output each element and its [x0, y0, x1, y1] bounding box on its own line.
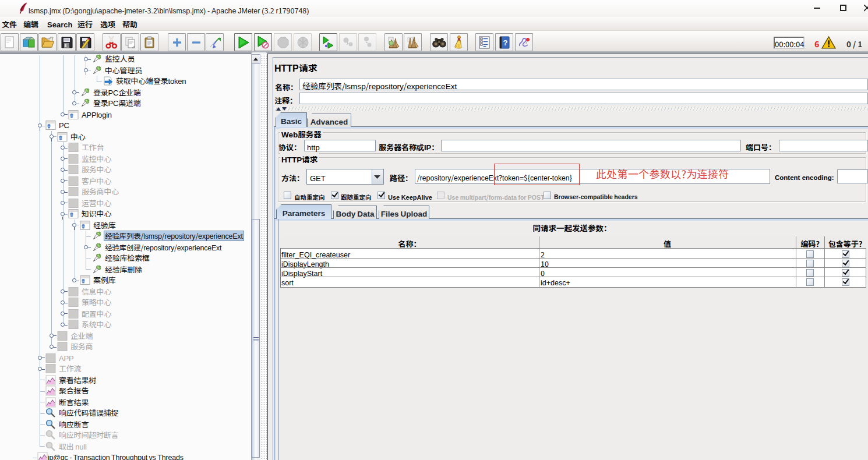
- svg-text:?: ?: [503, 38, 508, 47]
